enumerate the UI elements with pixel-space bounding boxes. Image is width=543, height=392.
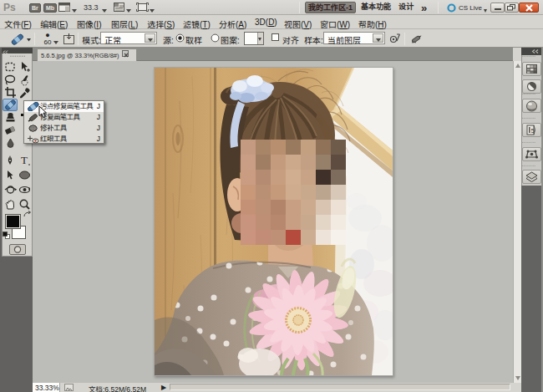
svg-text:T: T: [21, 154, 28, 166]
svg-text:5: 5: [531, 127, 535, 135]
